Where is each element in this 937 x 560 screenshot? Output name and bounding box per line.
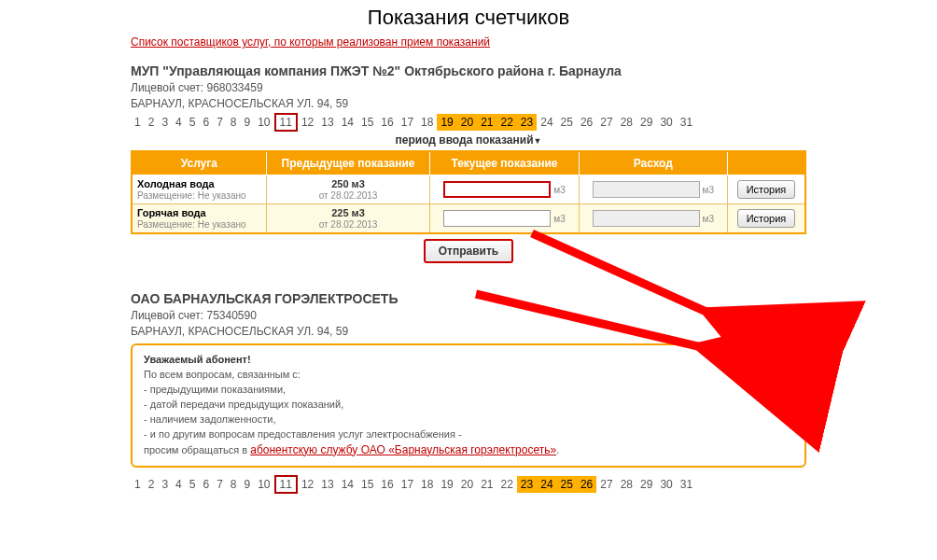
day-cell[interactable]: 8 (227, 476, 241, 493)
notice-line: просим обращаться в (144, 444, 250, 455)
day-cell[interactable]: 1 (131, 114, 145, 131)
day-cell[interactable]: 2 (145, 476, 159, 493)
page-title: Показания счетчиков (131, 6, 806, 30)
day-cell[interactable]: 6 (199, 114, 213, 131)
spent-output (593, 210, 700, 227)
day-cell[interactable]: 13 (317, 476, 337, 493)
day-cell[interactable]: 16 (377, 476, 397, 493)
prev-value: 225 м3 (331, 207, 365, 218)
day-cell[interactable]: 5 (186, 114, 200, 131)
day-cell[interactable]: 4 (172, 476, 186, 493)
day-cell[interactable]: 22 (497, 114, 517, 131)
day-cell[interactable]: 26 (577, 114, 596, 131)
notice-line: По всем вопросам, связанным с: (144, 369, 301, 380)
send-button[interactable]: Отправить (424, 239, 513, 263)
notice-link[interactable]: абонентскую службу ОАО «Барнаульская гор… (250, 443, 556, 456)
table-row: Холодная водаРазмещение: Не указано 250 … (132, 175, 805, 204)
meter-block-2: ОАО БАРНАУЛЬСКАЯ ГОРЭЛЕКТРОСЕТЬ Лицевой … (131, 291, 806, 494)
day-cell[interactable]: 24 (537, 114, 556, 131)
account-number: Лицевой счет: 75340590 (131, 309, 806, 322)
day-cell[interactable]: 14 (338, 476, 357, 493)
history-button[interactable]: История (737, 180, 796, 199)
day-cell[interactable]: 15 (357, 114, 377, 131)
day-cell[interactable]: 23 (517, 114, 537, 131)
day-cell[interactable]: 27 (596, 476, 616, 493)
notice-box: Уважаемый абонент! По всем вопросам, свя… (131, 343, 806, 468)
address: БАРНАУЛ, КРАСНОСЕЛЬСКАЯ УЛ. 94, 59 (131, 325, 806, 338)
notice-line: - предыдущими показаниями, (144, 384, 286, 395)
day-cell[interactable]: 3 (158, 114, 172, 131)
day-cell[interactable]: 13 (317, 114, 337, 131)
day-cell[interactable]: 12 (298, 476, 317, 493)
day-cell[interactable]: 25 (557, 476, 577, 493)
spent-output (593, 181, 700, 198)
prev-value: 250 м3 (331, 178, 365, 189)
day-cell[interactable]: 30 (656, 476, 676, 493)
readings-table: Услуга Предыдущее показание Текущее пока… (131, 150, 806, 234)
day-cell[interactable]: 18 (417, 114, 437, 131)
col-curr: Текущее показание (430, 151, 579, 175)
col-prev: Предыдущее показание (266, 151, 430, 175)
day-cell[interactable]: 1 (131, 476, 145, 493)
day-cell[interactable]: 28 (617, 476, 636, 493)
day-cell[interactable]: 5 (186, 476, 200, 493)
col-actions (727, 151, 805, 175)
placement: Размещение: Не указано (137, 219, 246, 230)
day-cell[interactable]: 21 (477, 114, 496, 131)
day-cell[interactable]: 19 (437, 114, 456, 131)
period-label: период ввода показаний▼ (131, 133, 806, 147)
day-cell[interactable]: 23 (517, 476, 537, 493)
day-strip-2: 1234567891011121314151617181920212223242… (131, 475, 806, 494)
day-cell[interactable]: 20 (457, 476, 477, 493)
day-cell[interactable]: 17 (398, 476, 417, 493)
day-cell[interactable]: 20 (457, 114, 477, 131)
day-cell[interactable]: 31 (677, 114, 696, 131)
day-cell[interactable]: 22 (497, 476, 517, 493)
day-cell[interactable]: 11 (274, 113, 298, 132)
providers-link[interactable]: Список поставщиков услуг, по которым реа… (131, 35, 490, 49)
unit: м3 (703, 214, 714, 224)
current-reading-input[interactable] (443, 181, 551, 198)
day-cell[interactable]: 15 (357, 476, 377, 493)
day-cell[interactable]: 12 (298, 114, 317, 131)
prev-date: от 28.02.2013 (319, 190, 378, 201)
day-cell[interactable]: 9 (241, 114, 255, 131)
notice-line: - и по другим вопросам предоставления ус… (144, 428, 462, 440)
day-cell[interactable]: 3 (158, 476, 172, 493)
day-cell[interactable]: 29 (636, 476, 656, 493)
day-cell[interactable]: 11 (274, 475, 298, 494)
day-cell[interactable]: 9 (241, 476, 255, 493)
meter-block-1: МУП "Управляющая компания ПЖЭТ №2" Октяб… (131, 63, 806, 263)
day-cell[interactable]: 29 (636, 114, 656, 131)
day-cell[interactable]: 25 (557, 114, 577, 131)
day-cell[interactable]: 26 (577, 476, 596, 493)
history-button[interactable]: История (737, 209, 796, 228)
day-cell[interactable]: 17 (398, 114, 417, 131)
day-cell[interactable]: 10 (254, 476, 273, 493)
day-cell[interactable]: 2 (145, 114, 159, 131)
service-name: Холодная вода (137, 178, 215, 189)
day-cell[interactable]: 10 (254, 114, 273, 131)
day-cell[interactable]: 21 (477, 476, 496, 493)
day-cell[interactable]: 7 (213, 476, 227, 493)
day-cell[interactable]: 7 (213, 114, 227, 131)
current-reading-input[interactable] (443, 210, 551, 227)
day-cell[interactable]: 30 (656, 114, 676, 131)
day-cell[interactable]: 31 (677, 476, 696, 493)
address: БАРНАУЛ, КРАСНОСЕЛЬСКАЯ УЛ. 94, 59 (131, 97, 806, 110)
notice-tail: . (556, 444, 559, 455)
day-cell[interactable]: 27 (596, 114, 616, 131)
service-name: Горячая вода (137, 207, 206, 218)
day-cell[interactable]: 4 (172, 114, 186, 131)
day-cell[interactable]: 28 (617, 114, 636, 131)
day-cell[interactable]: 16 (377, 114, 397, 131)
notice-line: - датой передачи предыдущих показаний, (144, 399, 343, 410)
day-cell[interactable]: 6 (199, 476, 213, 493)
day-cell[interactable]: 19 (437, 476, 456, 493)
day-cell[interactable]: 14 (338, 114, 357, 131)
col-service: Услуга (132, 151, 266, 175)
day-cell[interactable]: 8 (227, 114, 241, 131)
day-cell[interactable]: 24 (537, 476, 556, 493)
notice-line: - наличием задолженности, (144, 413, 275, 425)
day-cell[interactable]: 18 (417, 476, 437, 493)
